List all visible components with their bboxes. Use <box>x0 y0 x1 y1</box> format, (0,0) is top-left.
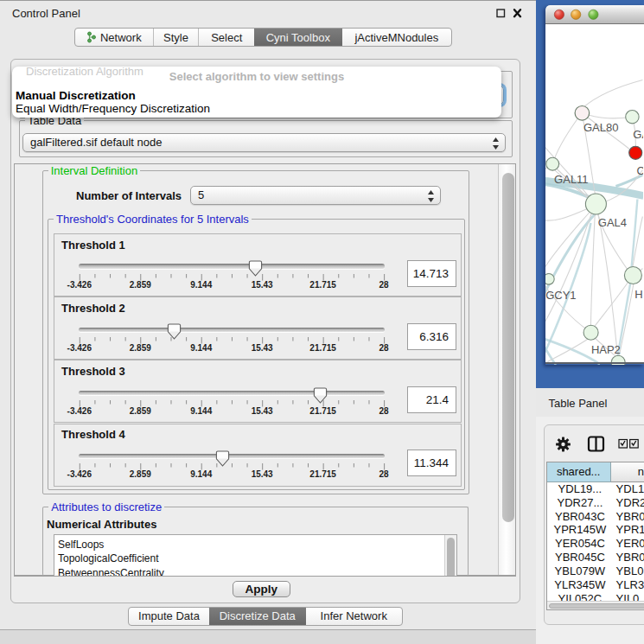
svg-text:21.715: 21.715 <box>309 469 336 479</box>
svg-text:15.43: 15.43 <box>252 280 273 290</box>
svg-text:28: 28 <box>379 343 390 353</box>
svg-text:2.859: 2.859 <box>130 469 151 479</box>
svg-text:-3.426: -3.426 <box>67 406 92 416</box>
svg-text:15.43: 15.43 <box>252 469 273 479</box>
svg-text:9.144: 9.144 <box>190 343 212 353</box>
svg-text:15.43: 15.43 <box>252 343 273 353</box>
svg-text:28: 28 <box>379 469 390 479</box>
svg-text:GCY1: GCY1 <box>546 288 577 301</box>
svg-text:GAL4: GAL4 <box>598 215 627 228</box>
svg-text:9.144: 9.144 <box>190 280 212 290</box>
svg-text:21.715: 21.715 <box>309 343 336 353</box>
svg-text:21.715: 21.715 <box>309 406 336 416</box>
svg-text:GAL: GAL <box>634 127 644 140</box>
svg-text:9.144: 9.144 <box>190 469 212 479</box>
svg-text:9.144: 9.144 <box>190 406 212 416</box>
svg-text:2.859: 2.859 <box>130 343 151 353</box>
svg-text:HIS: HIS <box>635 288 644 301</box>
svg-text:28: 28 <box>379 406 390 416</box>
svg-text:15.43: 15.43 <box>252 406 273 416</box>
svg-text:HAP2: HAP2 <box>591 342 621 355</box>
svg-text:2.859: 2.859 <box>130 406 151 416</box>
svg-text:-3.426: -3.426 <box>67 280 92 290</box>
svg-text:CDC: CDC <box>637 164 643 177</box>
svg-text:GAL80: GAL80 <box>583 121 618 134</box>
svg-text:28: 28 <box>379 280 390 290</box>
svg-text:2.859: 2.859 <box>130 280 151 290</box>
svg-text:-3.426: -3.426 <box>67 469 92 479</box>
svg-text:-3.426: -3.426 <box>67 343 92 353</box>
svg-text:GAL11: GAL11 <box>554 173 589 186</box>
svg-text:21.715: 21.715 <box>309 280 336 290</box>
